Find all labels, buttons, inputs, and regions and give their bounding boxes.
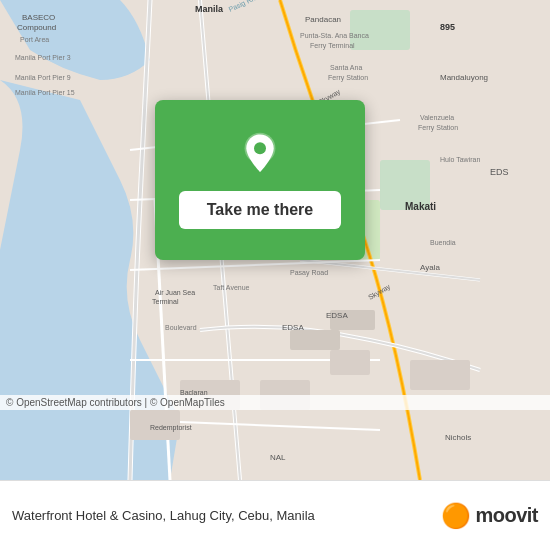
svg-text:Ferry Station: Ferry Station — [418, 124, 458, 132]
map-container: BASECO Compound Port Area Manila Port Pi… — [0, 0, 550, 480]
svg-text:Valenzuela: Valenzuela — [420, 114, 454, 121]
bottom-bar: Waterfront Hotel & Casino, Lahug City, C… — [0, 480, 550, 550]
take-me-there-button[interactable]: Take me there — [179, 191, 341, 229]
svg-text:NAL: NAL — [270, 453, 286, 462]
svg-text:Air Juan Sea: Air Juan Sea — [155, 289, 195, 296]
svg-text:Boulevard: Boulevard — [165, 324, 197, 331]
svg-text:Redemptorist: Redemptorist — [150, 424, 192, 432]
svg-text:Punta-Sta. Ana Banca: Punta-Sta. Ana Banca — [300, 32, 369, 39]
svg-text:Nichols: Nichols — [445, 433, 471, 442]
svg-text:EDS: EDS — [490, 167, 509, 177]
svg-text:Ferry Station: Ferry Station — [328, 74, 368, 82]
svg-text:Ayala: Ayala — [420, 263, 440, 272]
destination-text: Waterfront Hotel & Casino, Lahug City, C… — [12, 508, 431, 523]
svg-text:Manila: Manila — [195, 4, 224, 14]
location-pin-icon — [236, 131, 284, 179]
svg-text:Pasay Road: Pasay Road — [290, 269, 328, 277]
svg-rect-1 — [350, 10, 410, 50]
svg-rect-7 — [330, 350, 370, 375]
moovit-face-icon: 🟠 — [441, 502, 471, 530]
svg-text:Santa Ana: Santa Ana — [330, 64, 362, 71]
svg-text:Port Area: Port Area — [20, 36, 49, 43]
svg-text:Ferry Terminal: Ferry Terminal — [310, 42, 355, 50]
svg-text:Hulo Tawiran: Hulo Tawiran — [440, 156, 480, 163]
svg-text:895: 895 — [440, 22, 455, 32]
svg-text:EDSA: EDSA — [282, 323, 304, 332]
svg-text:Manila Port Pier 3: Manila Port Pier 3 — [15, 54, 71, 61]
svg-text:Taft Avenue: Taft Avenue — [213, 284, 250, 291]
map-attribution: © OpenStreetMap contributors | © OpenMap… — [0, 395, 550, 410]
svg-text:Manila Port Pier 9: Manila Port Pier 9 — [15, 74, 71, 81]
svg-text:Compound: Compound — [17, 23, 56, 32]
svg-text:Manila Port Pier 15: Manila Port Pier 15 — [15, 89, 75, 96]
svg-text:Pandacan: Pandacan — [305, 15, 341, 24]
svg-point-48 — [254, 142, 266, 154]
moovit-brand-text: moovit — [475, 504, 538, 527]
navigation-card: Take me there — [155, 100, 365, 260]
svg-text:Buendia: Buendia — [430, 239, 456, 246]
moovit-logo: 🟠 moovit — [441, 502, 538, 530]
svg-text:Mandaluyong: Mandaluyong — [440, 73, 488, 82]
svg-text:Makati: Makati — [405, 201, 436, 212]
svg-text:BASECO: BASECO — [22, 13, 55, 22]
svg-text:EDSA: EDSA — [326, 311, 348, 320]
svg-rect-8 — [410, 360, 470, 390]
svg-text:Terminal: Terminal — [152, 298, 179, 305]
svg-rect-9 — [290, 330, 340, 350]
